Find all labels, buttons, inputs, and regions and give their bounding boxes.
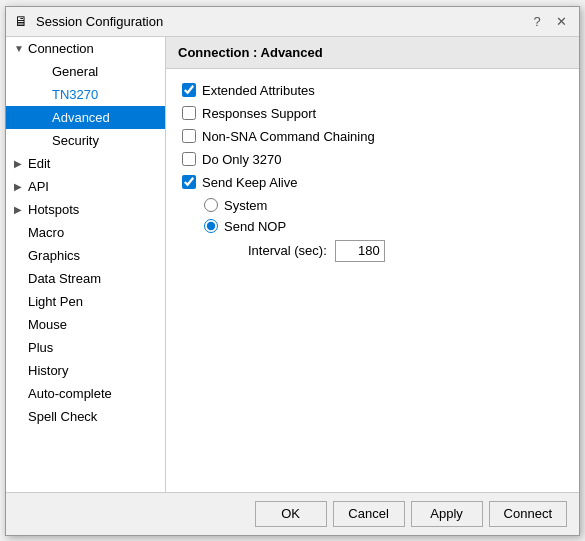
sidebar-item-security[interactable]: Security (6, 129, 165, 152)
do-only-checkbox[interactable] (182, 152, 196, 166)
extended-attributes-label[interactable]: Extended Attributes (202, 83, 315, 98)
session-configuration-dialog: 🖥 Session Configuration ? ✕ ▼ Connection… (5, 6, 580, 536)
interval-row: Interval (sec): (248, 240, 563, 262)
sidebar-item-plus[interactable]: Plus (6, 336, 165, 359)
sidebar-label-plus: Plus (28, 340, 53, 355)
ok-button[interactable]: OK (255, 501, 327, 527)
system-radio[interactable] (204, 198, 218, 212)
sidebar-item-mouse[interactable]: Mouse (6, 313, 165, 336)
keep-alive-radio-group: System Send NOP Interval (sec): (204, 198, 563, 262)
expand-icon-hotspots: ▶ (14, 204, 26, 215)
expand-icon-auto-complete (14, 388, 26, 399)
sidebar-item-hotspots[interactable]: ▶ Hotspots (6, 198, 165, 221)
sidebar-label-history: History (28, 363, 68, 378)
panel-header: Connection : Advanced (166, 37, 579, 69)
apply-button[interactable]: Apply (411, 501, 483, 527)
sidebar: ▼ Connection General TN3270 Advanced (6, 37, 166, 492)
expand-icon-graphics (14, 250, 26, 261)
expand-icon-security (38, 135, 50, 146)
send-nop-radio[interactable] (204, 219, 218, 233)
do-only-row: Do Only 3270 (182, 152, 563, 167)
sidebar-item-light-pen[interactable]: Light Pen (6, 290, 165, 313)
sidebar-label-macro: Macro (28, 225, 64, 240)
non-sna-row: Non-SNA Command Chaining (182, 129, 563, 144)
expand-icon-general (38, 66, 50, 77)
right-panel: Connection : Advanced Extended Attribute… (166, 37, 579, 492)
extended-attributes-checkbox[interactable] (182, 83, 196, 97)
sidebar-label-mouse: Mouse (28, 317, 67, 332)
expand-icon-macro (14, 227, 26, 238)
interval-input[interactable] (335, 240, 385, 262)
sidebar-item-auto-complete[interactable]: Auto-complete (6, 382, 165, 405)
do-only-label[interactable]: Do Only 3270 (202, 152, 282, 167)
panel-body: Extended Attributes Responses Support No… (166, 69, 579, 492)
title-bar-controls: ? ✕ (527, 11, 571, 31)
sidebar-label-api: API (28, 179, 49, 194)
sidebar-item-general[interactable]: General (6, 60, 165, 83)
send-keep-alive-checkbox[interactable] (182, 175, 196, 189)
button-bar: OK Cancel Apply Connect (6, 492, 579, 535)
sidebar-item-edit[interactable]: ▶ Edit (6, 152, 165, 175)
expand-icon-plus (14, 342, 26, 353)
sidebar-item-graphics[interactable]: Graphics (6, 244, 165, 267)
title-bar-left: 🖥 Session Configuration (14, 13, 163, 29)
send-keep-alive-label[interactable]: Send Keep Alive (202, 175, 297, 190)
sidebar-label-light-pen: Light Pen (28, 294, 83, 309)
send-keep-alive-row: Send Keep Alive (182, 175, 563, 190)
dialog-icon: 🖥 (14, 13, 30, 29)
extended-attributes-row: Extended Attributes (182, 83, 563, 98)
sidebar-label-security: Security (52, 133, 99, 148)
main-content: ▼ Connection General TN3270 Advanced (6, 37, 579, 492)
sidebar-item-data-stream[interactable]: Data Stream (6, 267, 165, 290)
system-radio-row: System (204, 198, 563, 213)
sidebar-item-spell-check[interactable]: Spell Check (6, 405, 165, 428)
expand-icon-history (14, 365, 26, 376)
sidebar-item-advanced[interactable]: Advanced (6, 106, 165, 129)
non-sna-checkbox[interactable] (182, 129, 196, 143)
sidebar-label-connection: Connection (28, 41, 94, 56)
responses-support-row: Responses Support (182, 106, 563, 121)
non-sna-label[interactable]: Non-SNA Command Chaining (202, 129, 375, 144)
responses-support-checkbox[interactable] (182, 106, 196, 120)
sidebar-label-general: General (52, 64, 98, 79)
sidebar-label-advanced: Advanced (52, 110, 110, 125)
system-radio-label[interactable]: System (224, 198, 267, 213)
sidebar-label-spell-check: Spell Check (28, 409, 97, 424)
send-nop-radio-label[interactable]: Send NOP (224, 219, 286, 234)
close-button[interactable]: ✕ (551, 11, 571, 31)
expand-icon-mouse (14, 319, 26, 330)
sidebar-item-macro[interactable]: Macro (6, 221, 165, 244)
sidebar-label-data-stream: Data Stream (28, 271, 101, 286)
send-nop-radio-row: Send NOP (204, 219, 563, 234)
expand-icon-tn3270 (38, 89, 50, 100)
title-bar: 🖥 Session Configuration ? ✕ (6, 7, 579, 37)
sidebar-label-graphics: Graphics (28, 248, 80, 263)
sidebar-item-history[interactable]: History (6, 359, 165, 382)
expand-icon-data-stream (14, 273, 26, 284)
dialog-title: Session Configuration (36, 14, 163, 29)
responses-support-label[interactable]: Responses Support (202, 106, 316, 121)
sidebar-item-api[interactable]: ▶ API (6, 175, 165, 198)
expand-icon-light-pen (14, 296, 26, 307)
connect-button[interactable]: Connect (489, 501, 567, 527)
expand-icon-spell-check (14, 411, 26, 422)
help-button[interactable]: ? (527, 11, 547, 31)
sidebar-item-connection[interactable]: ▼ Connection (6, 37, 165, 60)
interval-label: Interval (sec): (248, 243, 327, 258)
sidebar-label-edit: Edit (28, 156, 50, 171)
sidebar-item-tn3270[interactable]: TN3270 (6, 83, 165, 106)
cancel-button[interactable]: Cancel (333, 501, 405, 527)
expand-icon-api: ▶ (14, 181, 26, 192)
expand-icon-advanced (38, 112, 50, 123)
expand-icon-connection: ▼ (14, 43, 26, 54)
sidebar-label-hotspots: Hotspots (28, 202, 79, 217)
sidebar-label-auto-complete: Auto-complete (28, 386, 112, 401)
sidebar-label-tn3270[interactable]: TN3270 (52, 87, 98, 102)
expand-icon-edit: ▶ (14, 158, 26, 169)
